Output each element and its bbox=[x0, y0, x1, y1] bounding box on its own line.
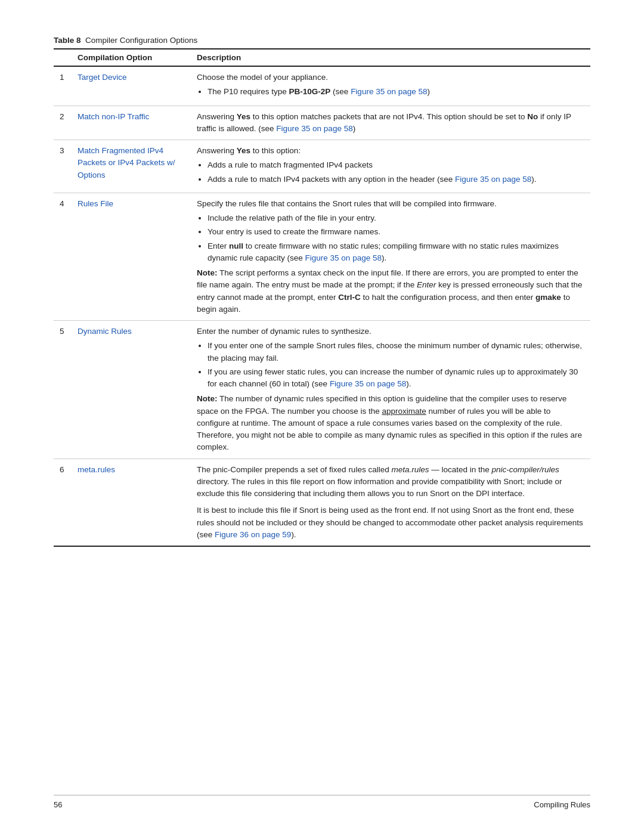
match-fragmented-link[interactable]: Match Fragmented IPv4 Packets or IPv4 Pa… bbox=[78, 146, 175, 179]
table-row: 6 meta.rules The pnic-Compiler prepends … bbox=[54, 459, 590, 546]
table-row: 2 Match non-IP Traffic Answering Yes to … bbox=[54, 106, 590, 140]
figure-35-link-5[interactable]: Figure 35 on page 58 bbox=[330, 379, 406, 388]
row-desc: Answering Yes to this option matches pac… bbox=[191, 106, 590, 140]
figure-35-link-4[interactable]: Figure 35 on page 58 bbox=[305, 253, 382, 262]
table-row: 1 Target Device Choose the model of your… bbox=[54, 66, 590, 106]
row-option: Rules File bbox=[72, 193, 191, 320]
footer-page-number: 56 bbox=[54, 800, 62, 809]
row-option: meta.rules bbox=[72, 459, 191, 546]
table-header-row: Compilation Option Description bbox=[54, 49, 590, 66]
table-row: 3 Match Fragmented IPv4 Packets or IPv4 … bbox=[54, 140, 590, 193]
match-nonip-link[interactable]: Match non-IP Traffic bbox=[78, 112, 149, 121]
row-num: 1 bbox=[54, 66, 72, 106]
figure-35-link-2[interactable]: Figure 35 on page 58 bbox=[276, 124, 352, 133]
row-desc: Answering Yes to this option: Adds a rul… bbox=[191, 140, 590, 193]
row-desc: Choose the model of your appliance. The … bbox=[191, 66, 590, 106]
row-option: Dynamic Rules bbox=[72, 321, 191, 459]
col-header-option: Compilation Option bbox=[72, 49, 191, 66]
table-caption: Table 8 Compiler Configuration Options bbox=[54, 36, 590, 45]
row-option: Match non-IP Traffic bbox=[72, 106, 191, 140]
dynamic-rules-note: Note: The number of dynamic rules specif… bbox=[197, 393, 584, 453]
row-num: 5 bbox=[54, 321, 72, 459]
target-device-link[interactable]: Target Device bbox=[78, 73, 127, 82]
table-label: Table 8 bbox=[54, 36, 81, 45]
row-desc: Specify the rules file that contains the… bbox=[191, 193, 590, 320]
figure-35-link-1[interactable]: Figure 35 on page 58 bbox=[351, 87, 427, 96]
table-row: 4 Rules File Specify the rules file that… bbox=[54, 193, 590, 320]
row-option: Match Fragmented IPv4 Packets or IPv4 Pa… bbox=[72, 140, 191, 193]
page-footer: 56 Compiling Rules bbox=[54, 795, 590, 809]
row-num: 6 bbox=[54, 459, 72, 546]
row-num: 2 bbox=[54, 106, 72, 140]
meta-rules-link[interactable]: meta.rules bbox=[78, 465, 115, 474]
dynamic-rules-link[interactable]: Dynamic Rules bbox=[78, 327, 132, 336]
row-option: Target Device bbox=[72, 66, 191, 106]
col-header-desc: Description bbox=[191, 49, 590, 66]
rules-file-note: Note: The script performs a syntax check… bbox=[197, 267, 584, 315]
row-num: 4 bbox=[54, 193, 72, 320]
row-desc: Enter the number of dynamic rules to syn… bbox=[191, 321, 590, 459]
row-desc: The pnic-Compiler prepends a set of fixe… bbox=[191, 459, 590, 546]
page-content: Table 8 Compiler Configuration Options C… bbox=[0, 0, 644, 594]
footer-section-title: Compiling Rules bbox=[534, 800, 590, 809]
figure-36-link[interactable]: Figure 36 on page 59 bbox=[215, 530, 291, 539]
table-row: 5 Dynamic Rules Enter the number of dyna… bbox=[54, 321, 590, 459]
col-header-num bbox=[54, 49, 72, 66]
figure-35-link-3[interactable]: Figure 35 on page 58 bbox=[455, 175, 531, 184]
rules-file-link[interactable]: Rules File bbox=[78, 199, 113, 208]
compiler-options-table: Compilation Option Description 1 Target … bbox=[54, 48, 590, 547]
row-num: 3 bbox=[54, 140, 72, 193]
